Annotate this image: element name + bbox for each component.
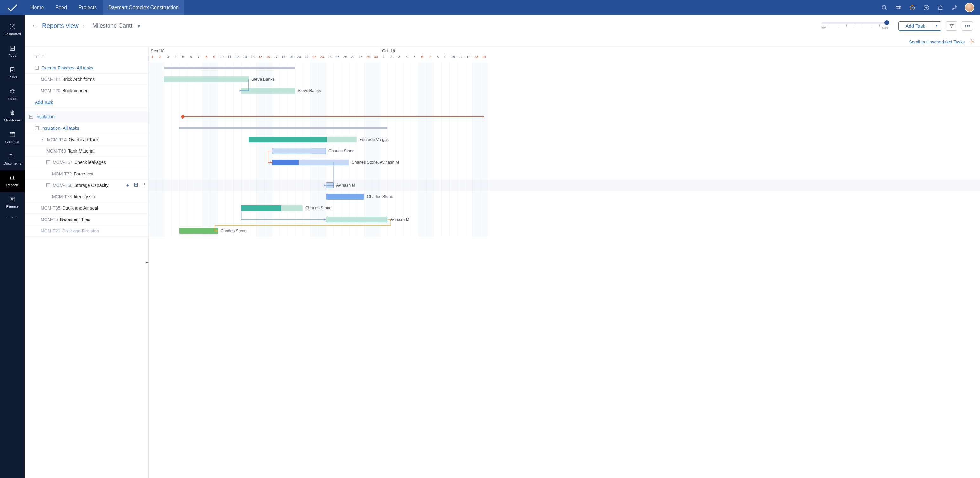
task-bar[interactable] <box>326 194 364 200</box>
group-row[interactable]: −Insulation- All tasks <box>25 122 148 134</box>
day-label: 19 <box>287 55 295 62</box>
milestone-label: Insulation <box>35 114 54 119</box>
summary-bar[interactable] <box>164 67 295 69</box>
top-tab-home[interactable]: Home <box>25 0 50 15</box>
month-label: Sep '18 <box>148 47 380 55</box>
task-bar[interactable] <box>164 76 249 82</box>
day-label: 11 <box>226 55 233 62</box>
collapse-icon[interactable]: − <box>35 126 39 130</box>
app-logo[interactable] <box>0 2 25 13</box>
task-detail-icon[interactable] <box>134 183 138 188</box>
drag-handle-icon[interactable]: ⠿ <box>142 183 145 188</box>
task-id: MCM-T14 <box>47 137 67 142</box>
task-bar[interactable] <box>249 137 357 143</box>
task-id: MCM-T73 <box>52 194 72 199</box>
gamepad-icon[interactable] <box>895 4 902 11</box>
task-row[interactable]: −MCM-T56Storage Capacity＋⠿ <box>25 179 148 191</box>
sidebar-item-label: Calendar <box>5 140 20 144</box>
topbar: HomeFeedProjectsDaymart Complex Construc… <box>0 0 980 15</box>
zoom-slider[interactable]: FITMAX <box>822 22 888 30</box>
task-row[interactable]: MCM-T20Brick Veneer <box>25 85 148 97</box>
task-row[interactable]: −MCM-T57Check leakages <box>25 157 148 168</box>
collapse-icon[interactable]: − <box>35 66 39 70</box>
sidebar-item-documents[interactable]: Documents <box>0 149 25 170</box>
collapse-icon[interactable]: − <box>41 138 45 141</box>
day-label: 12 <box>233 55 241 62</box>
task-row[interactable]: MCM-T21Draft and Fire stop <box>25 225 148 237</box>
gantt-row <box>148 62 980 74</box>
day-label: 25 <box>334 55 341 62</box>
sidebar-item-milestones[interactable]: Milestones <box>0 106 25 127</box>
task-bar[interactable] <box>326 217 388 222</box>
add-task-dropdown[interactable]: ▾ <box>932 22 941 30</box>
task-row[interactable]: −MCM-T14Overhead Tank <box>25 134 148 145</box>
sidebar-item-tasks[interactable]: Tasks <box>0 62 25 84</box>
task-row[interactable]: MCM-T35Caulk and Air seal <box>25 202 148 214</box>
task-bar[interactable] <box>241 88 295 94</box>
task-bar[interactable] <box>272 160 349 165</box>
milestone-row[interactable]: −Insulation <box>25 111 148 122</box>
assignee-label: Charles Stone, Avinash M <box>352 160 399 165</box>
view-toolbar: ← Reports view › Milestone Gantt ▾ FITMA… <box>25 15 980 37</box>
svg-rect-12 <box>135 183 136 184</box>
task-row[interactable]: MCM-T72Force test <box>25 168 148 179</box>
svg-rect-13 <box>136 183 137 184</box>
task-row[interactable]: MCM-T60Tank Material <box>25 145 148 157</box>
add-task-button[interactable]: Add Task ▾ <box>899 21 941 31</box>
settings-gear-icon[interactable] <box>969 39 974 45</box>
sidebar-more[interactable]: ○ ○ ○ <box>6 215 19 219</box>
content: ← Reports view › Milestone Gantt ▾ FITMA… <box>25 15 980 478</box>
day-label: 8 <box>434 55 441 62</box>
top-tab-daymart-complex-construction[interactable]: Daymart Complex Construction <box>102 0 185 15</box>
collapse-icon[interactable]: − <box>29 115 33 119</box>
collapse-icon[interactable]: − <box>46 160 50 164</box>
group-row[interactable]: −Exterior Finishes- All tasks <box>25 62 148 74</box>
filter-button[interactable] <box>946 21 957 31</box>
milestone-line <box>183 116 484 117</box>
topbar-icons <box>881 3 980 13</box>
tools-icon[interactable] <box>951 4 958 11</box>
day-label: 21 <box>303 55 310 62</box>
timer-icon[interactable] <box>909 4 916 11</box>
day-label: 14 <box>249 55 256 62</box>
timeline-header: Sep '18Oct '18 1234567891011121314151617… <box>148 47 980 62</box>
sidebar-item-feed[interactable]: Feed <box>0 41 25 62</box>
sidebar-item-finance[interactable]: Finance <box>0 192 25 213</box>
task-row[interactable]: MCM-T17Brick Arch forms <box>25 74 148 85</box>
task-bar[interactable] <box>179 228 218 234</box>
view-selector[interactable]: Milestone Gantt ▾ <box>92 22 140 30</box>
sidebar-item-reports[interactable]: Reports <box>0 170 25 192</box>
sidebar-item-calendar[interactable]: Calendar <box>0 127 25 149</box>
task-row[interactable]: MCM-T73Identify site <box>25 191 148 202</box>
task-bar[interactable] <box>272 148 326 154</box>
add-subtask-icon[interactable]: ＋ <box>126 183 130 188</box>
day-label: 9 <box>210 55 218 62</box>
bell-icon[interactable] <box>937 4 944 11</box>
assignee-label: Avinash M <box>390 217 409 222</box>
more-button[interactable]: ••• <box>962 21 973 31</box>
add-icon[interactable] <box>923 4 930 11</box>
sidebar: DashboardFeedTasksIssuesMilestonesCalend… <box>0 15 25 478</box>
back-arrow-icon[interactable]: ← <box>32 22 37 29</box>
task-bar[interactable] <box>241 205 303 211</box>
collapse-icon[interactable]: − <box>46 183 50 187</box>
zoom-knob[interactable] <box>885 20 889 25</box>
breadcrumb-reports[interactable]: Reports view <box>42 22 79 30</box>
task-name: Tank Material <box>68 148 94 154</box>
sidebar-item-issues[interactable]: Issues <box>0 84 25 106</box>
top-tab-feed[interactable]: Feed <box>50 0 73 15</box>
column-splitter[interactable] <box>146 47 148 478</box>
avatar[interactable] <box>965 3 974 13</box>
top-tab-projects[interactable]: Projects <box>73 0 102 15</box>
summary-bar[interactable] <box>179 127 388 129</box>
search-icon[interactable] <box>881 4 888 11</box>
add-task-inline-link[interactable]: Add Task <box>35 100 53 105</box>
sidebar-item-dashboard[interactable]: Dashboard <box>0 19 25 41</box>
day-label: 13 <box>241 55 249 62</box>
gantt-row: Charles Stone <box>148 145 980 157</box>
scroll-unscheduled-link[interactable]: Scroll to Unscheduled Tasks <box>909 39 965 44</box>
add-task-link-row[interactable]: Add Task <box>25 97 148 108</box>
task-bar[interactable] <box>326 183 334 188</box>
day-label: 14 <box>480 55 488 62</box>
task-row[interactable]: MCM-T5Basement Tiles <box>25 214 148 225</box>
